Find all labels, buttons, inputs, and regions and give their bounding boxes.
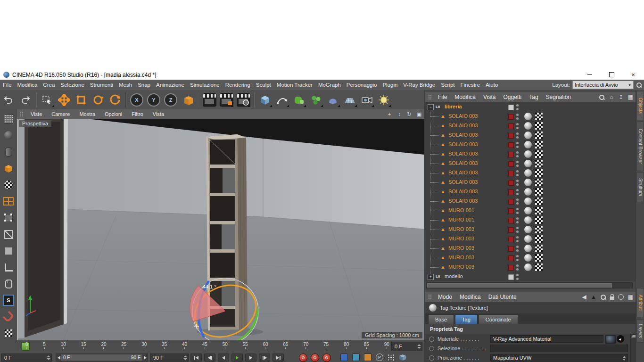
keyframe-options-button[interactable] <box>322 354 331 362</box>
menu-item-finestre[interactable]: Finestre <box>458 80 483 90</box>
layer-color-chip[interactable] <box>508 161 514 167</box>
material-tag-icon[interactable] <box>524 226 532 233</box>
menu-item-personaggio[interactable]: Personaggio <box>344 80 380 90</box>
autokey-button[interactable] <box>311 354 319 362</box>
record-pla-toggle[interactable] <box>388 354 394 361</box>
dropdown-spinner-icon[interactable] <box>623 356 626 361</box>
side-tab-content-browser[interactable]: Content Browser <box>636 121 644 171</box>
close-button[interactable]: × <box>622 70 644 80</box>
undo-button[interactable] <box>0 92 17 108</box>
object-row[interactable]: ▲ MURO 003 <box>425 225 636 234</box>
viewport-solo-button[interactable] <box>1 277 16 291</box>
layer-color-chip[interactable] <box>508 265 514 271</box>
lock-icon[interactable] <box>610 296 614 300</box>
edges-mode-button[interactable] <box>1 227 16 241</box>
object-name[interactable]: MURO 003 <box>448 236 474 241</box>
object-row[interactable]: ▲ MURO 003 <box>425 263 636 272</box>
menu-item-selezione[interactable]: Selezione <box>58 80 87 90</box>
uvw-tag-icon[interactable] <box>535 254 543 262</box>
make-editable-button[interactable] <box>1 112 16 126</box>
vp-menu-mostra[interactable]: Mostra <box>74 111 100 117</box>
layer-color-chip[interactable] <box>508 227 514 233</box>
visibility-dots[interactable] <box>516 104 519 110</box>
layer-color-chip[interactable] <box>508 255 514 261</box>
panel-grip-icon[interactable] <box>428 94 432 100</box>
am-menu-dati-utente[interactable]: Dati Utente <box>485 294 520 300</box>
uvw-tag-icon[interactable] <box>535 122 543 130</box>
visibility-dots[interactable] <box>516 274 519 280</box>
layout-select[interactable]: Interfaccia di Avvio ▼ <box>572 81 634 89</box>
focus-icon[interactable] <box>618 294 624 300</box>
spinner-arrows[interactable] <box>47 354 50 361</box>
menu-item-aiuto[interactable]: Aiuto <box>483 80 501 90</box>
material-tag-icon[interactable] <box>524 132 532 139</box>
object-name[interactable]: MURO 003 <box>448 255 474 260</box>
layer-color-chip[interactable] <box>508 142 514 148</box>
object-name[interactable]: SOLAIO 003 <box>448 113 478 119</box>
live-selection-tool[interactable] <box>39 92 55 108</box>
materiale-field[interactable]: V-Ray Advanced Material <box>490 335 603 343</box>
vp-menu-opzioni[interactable]: Opzioni <box>100 111 127 117</box>
layer-color-chip[interactable] <box>508 218 514 223</box>
menu-item-file[interactable]: File <box>0 80 15 90</box>
pan-view-icon[interactable]: + <box>386 111 393 117</box>
go-to-end-button[interactable] <box>272 354 284 362</box>
material-tag-icon[interactable] <box>524 150 532 158</box>
material-tag-icon[interactable] <box>524 169 532 177</box>
object-row-group[interactable]: + L0 modello <box>425 272 636 281</box>
vp-menu-filtro[interactable]: Filtro <box>127 111 148 117</box>
om-menu-file[interactable]: File <box>434 94 451 100</box>
polygons-mode-button[interactable] <box>1 244 16 258</box>
orbit-view-icon[interactable]: ↻ <box>406 111 413 117</box>
minimize-button[interactable] <box>579 70 601 80</box>
spline-pen-button[interactable] <box>274 92 290 108</box>
object-row[interactable]: ▲ SOLAIO 003 <box>425 178 636 187</box>
uvw-tag-icon[interactable] <box>535 197 543 205</box>
uvw-tag-icon[interactable] <box>535 141 543 148</box>
go-to-start-button[interactable] <box>190 354 202 362</box>
layer-color-chip[interactable] <box>508 105 514 110</box>
spinner-arrows[interactable] <box>183 354 187 361</box>
vp-menu-camere[interactable]: Camere <box>47 111 74 117</box>
layer-color-chip[interactable] <box>508 208 514 214</box>
object-row[interactable]: ▲ SOLAIO 003 <box>425 187 636 197</box>
uvw-tag-icon[interactable] <box>535 150 543 158</box>
preview-range-slider[interactable]: 0 F 90 F <box>56 354 148 362</box>
object-name[interactable]: SOLAIO 003 <box>448 198 478 204</box>
use-model-mode-button[interactable] <box>1 161 16 175</box>
light-button[interactable] <box>376 92 392 108</box>
material-tag-icon[interactable] <box>524 160 532 167</box>
layer-color-chip[interactable] <box>508 199 514 205</box>
dolly-view-icon[interactable]: ↕ <box>396 111 403 117</box>
material-tag-icon[interactable] <box>524 179 532 186</box>
vp-menu-viste[interactable]: Viste <box>26 111 47 117</box>
visibility-dots[interactable] <box>516 114 519 120</box>
magnet-snap-button[interactable] <box>1 310 16 324</box>
menu-item-modifica[interactable]: Modifica <box>15 80 41 90</box>
uvw-tag-icon[interactable] <box>535 226 543 233</box>
render-view-button[interactable] <box>201 92 217 108</box>
side-tab-attributi[interactable]: Attributi <box>636 288 644 317</box>
object-row[interactable]: ▲ MURO 003 <box>425 234 636 244</box>
proiezione-dropdown[interactable]: Mappatura UVW <box>490 354 628 362</box>
side-tab-objects[interactable]: Objects <box>636 91 644 120</box>
workplane-mode-button[interactable] <box>1 194 16 208</box>
history-back-icon[interactable]: ◀ <box>581 294 587 300</box>
material-tag-icon[interactable] <box>524 254 532 262</box>
object-row[interactable]: ▲ SOLAIO 003 <box>425 112 636 121</box>
expander-icon[interactable]: + <box>428 274 434 280</box>
object-name[interactable]: SOLAIO 003 <box>448 132 478 138</box>
visibility-dots[interactable] <box>516 132 519 139</box>
layer-color-chip[interactable] <box>508 189 514 195</box>
keyframe-dot-icon[interactable] <box>429 346 434 351</box>
material-tag-icon[interactable] <box>524 245 532 252</box>
menu-item-snap[interactable]: Snap <box>135 80 153 90</box>
record-parameter-toggle[interactable]: P <box>376 354 383 361</box>
scale-tool[interactable] <box>73 92 89 108</box>
material-preview-thumbnail[interactable] <box>605 335 616 344</box>
object-name[interactable]: SOLAIO 003 <box>448 160 478 166</box>
keying-selection-cube-icon[interactable] <box>398 354 407 361</box>
uvw-tag-icon[interactable] <box>535 245 543 252</box>
material-tag-icon[interactable] <box>524 263 532 271</box>
layer-color-chip[interactable] <box>508 237 514 242</box>
